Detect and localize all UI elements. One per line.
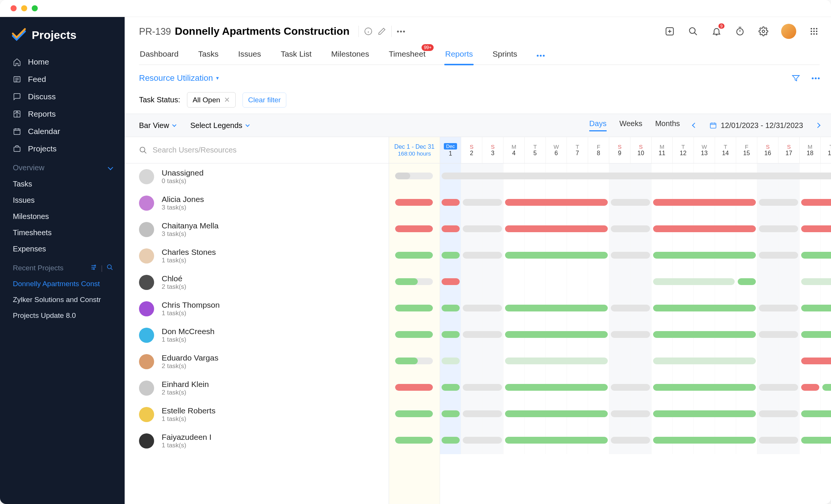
utilization-bar[interactable] [505,358,608,364]
utilization-bar[interactable] [505,305,608,311]
utilization-bar[interactable] [611,252,650,259]
sidebar-item-expenses[interactable]: Expenses [0,241,125,257]
utilization-bar[interactable] [442,410,460,417]
utilization-bar[interactable] [653,410,756,417]
tab-more[interactable] [536,46,545,65]
utilization-bar[interactable] [442,437,460,444]
info-icon[interactable] [364,27,372,35]
utilization-bar[interactable] [611,410,650,417]
sidebar-item-issues[interactable]: Issues [0,192,125,208]
utilization-bar[interactable] [653,358,756,364]
user-row[interactable]: Faiyazudeen I 1 task(s) [125,428,389,454]
utilization-bar[interactable] [442,252,460,259]
utilization-bar[interactable] [759,199,798,206]
period-bar[interactable] [395,331,433,338]
date-range-picker[interactable]: 12/01/2023 - 12/31/2023 [709,121,803,130]
filter-icon[interactable] [791,74,800,83]
tab-sprints[interactable]: Sprints [492,46,518,65]
utilization-bar[interactable] [801,225,831,232]
utilization-bar[interactable] [611,331,650,338]
utilization-bar[interactable] [801,437,831,444]
bell-icon[interactable]: 9 [711,26,722,37]
utilization-bar[interactable] [759,410,798,417]
utilization-bar[interactable] [759,437,798,444]
more-icon[interactable] [397,31,405,32]
utilization-bar[interactable] [442,278,460,285]
report-type-dropdown[interactable]: Resource Utilization ▼ [139,73,220,83]
more-icon[interactable] [812,77,820,79]
utilization-bar[interactable] [442,384,460,391]
window-close[interactable] [11,5,17,11]
sidebar-item-reports[interactable]: Reports [0,105,125,123]
tab-milestones[interactable]: Milestones [331,46,370,65]
utilization-bar[interactable] [505,331,608,338]
sidebar-item-projects[interactable]: Projects [0,140,125,157]
utilization-bar[interactable] [463,305,502,311]
timer-icon[interactable] [734,26,746,37]
tab-dashboard[interactable]: Dashboard [139,46,179,65]
gear-icon[interactable] [758,26,769,37]
utilization-bar[interactable] [463,252,502,259]
utilization-bar[interactable] [463,331,502,338]
period-bar[interactable] [395,305,433,311]
utilization-bar[interactable] [463,437,502,444]
utilization-bar[interactable] [801,358,831,364]
utilization-bar[interactable] [653,331,756,338]
sliders-icon[interactable] [90,264,97,271]
utilization-bar[interactable] [653,199,756,206]
utilization-bar[interactable] [463,384,502,391]
prev-period-button[interactable] [692,123,697,128]
period-bar[interactable] [395,199,433,206]
search-icon[interactable] [687,26,699,37]
utilization-bar[interactable] [611,305,650,311]
utilization-bar[interactable] [801,252,831,259]
utilization-bar[interactable] [759,305,798,311]
user-row[interactable]: Chaitanya Mella 3 task(s) [125,216,389,243]
period-bar[interactable] [395,410,433,417]
utilization-bar[interactable] [442,225,460,232]
utilization-bar[interactable] [801,278,831,285]
search-input[interactable] [153,146,380,154]
tab-timesheet[interactable]: Timesheet99+ [388,46,426,65]
sidebar-item-calendar[interactable]: Calendar [0,123,125,140]
legends-dropdown[interactable]: Select Legends [190,121,249,130]
utilization-bar[interactable] [442,199,460,206]
recent-project[interactable]: Zylker Solutions and Constr [0,292,125,308]
apps-grid-icon[interactable] [808,26,820,37]
utilization-bar[interactable] [463,410,502,417]
utilization-bar[interactable] [463,199,502,206]
user-row[interactable]: Unassigned 0 task(s) [125,163,389,190]
utilization-bar[interactable] [653,252,756,259]
recent-project[interactable]: Donnelly Apartments Const [0,276,125,292]
window-minimize[interactable] [21,5,27,11]
period-bar[interactable] [395,278,433,285]
utilization-bar[interactable] [442,358,460,364]
view-dropdown[interactable]: Bar View [139,121,175,130]
period-bar[interactable] [395,225,433,232]
period-bar[interactable] [395,384,433,391]
tab-reports[interactable]: Reports [444,46,474,65]
utilization-bar[interactable] [759,384,798,391]
utilization-bar[interactable] [759,331,798,338]
utilization-bar[interactable] [801,199,831,206]
sidebar-item-tasks[interactable]: Tasks [0,176,125,192]
user-row[interactable]: Alicia Jones 3 task(s) [125,190,389,216]
utilization-bar[interactable] [738,278,756,285]
clear-filter-button[interactable]: Clear filter [243,92,287,108]
user-row[interactable]: Charles Stones 1 task(s) [125,243,389,269]
tab-tasks[interactable]: Tasks [198,46,219,65]
period-bar[interactable] [395,358,433,364]
tab-task-list[interactable]: Task List [280,46,312,65]
utilization-bar[interactable] [759,225,798,232]
search-icon[interactable] [107,264,113,271]
sidebar-item-timesheets[interactable]: Timesheets [0,225,125,241]
tab-issues[interactable]: Issues [237,46,262,65]
user-row[interactable]: Don McCreesh 1 task(s) [125,322,389,348]
next-period-button[interactable] [815,123,820,128]
utilization-bar[interactable] [801,410,831,417]
utilization-bar[interactable] [801,384,819,391]
utilization-bar[interactable] [505,437,608,444]
utilization-bar[interactable] [442,173,831,179]
utilization-bar[interactable] [611,225,650,232]
utilization-bar[interactable] [611,199,650,206]
